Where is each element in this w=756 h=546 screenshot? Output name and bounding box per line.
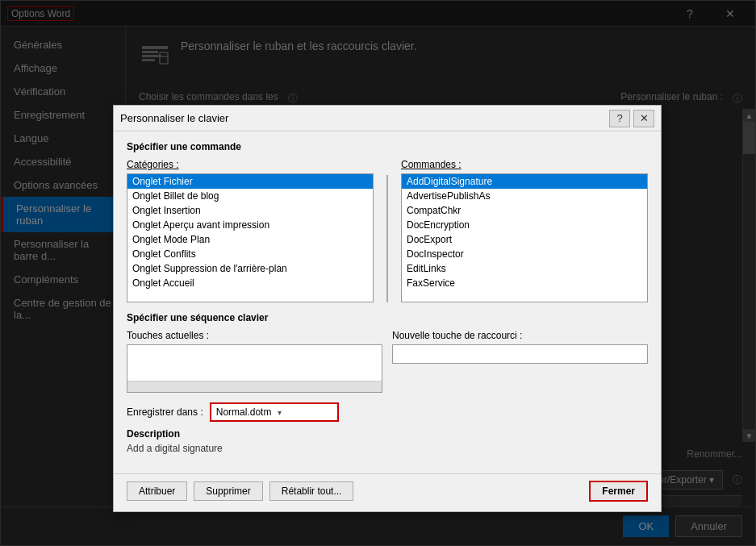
description-title: Description — [127, 428, 648, 440]
modal-title-bar: Personnaliser le clavier ? ✕ — [114, 106, 661, 131]
categories-col: Catégories : Onglet Fichier Onglet Bille… — [127, 159, 374, 302]
touches-actuelles-label: Touches actuelles : — [127, 330, 382, 341]
category-onglet-mode-plan[interactable]: Onglet Mode Plan — [127, 232, 373, 247]
sequence-row: Touches actuelles : Nouvelle touche de r… — [127, 330, 648, 393]
category-onglet-insertion[interactable]: Onglet Insertion — [127, 203, 373, 218]
enregistrer-dans-arrow: ▾ — [278, 408, 282, 417]
commandes-label: Commandes : — [401, 159, 648, 170]
touches-actuelles-box[interactable] — [127, 344, 382, 393]
commandes-listbox[interactable]: AddDigitalSignature AdvertisePublishAs C… — [401, 173, 648, 302]
commandes-col: Commandes : AddDigitalSignature Advertis… — [401, 159, 648, 302]
retablir-button[interactable]: Rétablir tout... — [269, 481, 354, 501]
modal-help-button[interactable]: ? — [609, 110, 630, 127]
touches-actuelles-content — [127, 345, 382, 381]
category-onglet-suppression[interactable]: Onglet Suppression de l'arrière-plan — [127, 261, 373, 276]
commande-doc-encrypt[interactable]: DocEncryption — [402, 218, 647, 232]
specifier-sequence-title: Spécifier une séquence clavier — [127, 312, 648, 323]
modal-close-button[interactable]: ✕ — [633, 110, 654, 127]
modal-title: Personnaliser le clavier — [120, 112, 228, 124]
sequence-section: Spécifier une séquence clavier Touches a… — [127, 312, 648, 393]
category-onglet-apercu[interactable]: Onglet Aperçu avant impression — [127, 218, 373, 232]
enregistrer-dans-dropdown[interactable]: Normal.dotm ▾ — [210, 402, 339, 422]
save-row: Enregistrer dans : Normal.dotm ▾ — [127, 402, 648, 422]
commande-doc-inspector[interactable]: DocInspector — [402, 247, 647, 261]
category-onglet-fichier[interactable]: Onglet Fichier — [127, 174, 373, 189]
modal-footer: Attribuer Supprimer Rétablir tout... Fer… — [114, 473, 661, 511]
category-onglet-accueil[interactable]: Onglet Accueil — [127, 276, 373, 290]
fermer-button[interactable]: Fermer — [589, 481, 648, 502]
description-section: Description Add a digital signature — [127, 428, 648, 454]
specifier-commande-title: Spécifier une commande — [127, 141, 648, 152]
enregistrer-dans-label: Enregistrer dans : — [127, 406, 203, 418]
modal-personnaliser-clavier: Personnaliser le clavier ? ✕ Spécifier u… — [113, 105, 662, 512]
commande-compat[interactable]: CompatChkr — [402, 203, 647, 218]
nouvelle-touche-input[interactable] — [392, 344, 648, 364]
supprimer-button[interactable]: Supprimer — [194, 481, 262, 501]
modal-title-controls: ? ✕ — [609, 110, 654, 127]
category-onglet-conflits[interactable]: Onglet Conflits — [127, 247, 373, 261]
category-onglet-billet[interactable]: Onglet Billet de blog — [127, 189, 373, 203]
categories-commandes-section: Catégories : Onglet Fichier Onglet Bille… — [127, 159, 648, 302]
touches-actuelles-col: Touches actuelles : — [127, 330, 382, 393]
categories-label: Catégories : — [127, 159, 374, 170]
commande-edit-links[interactable]: EditLinks — [402, 261, 647, 276]
commande-fax-service[interactable]: FaxService — [402, 276, 647, 290]
modal-footer-left: Attribuer Supprimer Rétablir tout... — [127, 481, 353, 501]
commande-advertise[interactable]: AdvertisePublishAs — [402, 189, 647, 203]
description-text: Add a digital signature — [127, 443, 648, 454]
commande-add-digital[interactable]: AddDigitalSignature — [402, 174, 647, 189]
modal-content: Spécifier une commande Catégories : Ongl… — [114, 131, 661, 473]
attribuer-button[interactable]: Attribuer — [127, 481, 187, 501]
nouvelle-touche-col: Nouvelle touche de raccourci : — [392, 330, 648, 393]
enregistrer-dans-value: Normal.dotm — [216, 406, 272, 418]
commande-doc-export[interactable]: DocExport — [402, 232, 647, 247]
categories-listbox[interactable]: Onglet Fichier Onglet Billet de blog Ong… — [127, 173, 374, 302]
nouvelle-touche-label: Nouvelle touche de raccourci : — [392, 330, 648, 341]
